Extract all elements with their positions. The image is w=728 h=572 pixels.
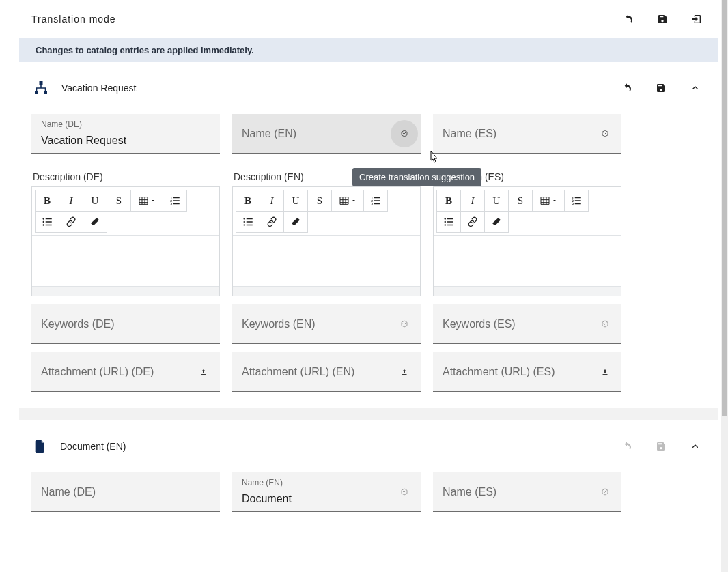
file-icon <box>33 439 48 454</box>
upload-icon[interactable] <box>396 364 412 380</box>
rte-bold-button[interactable]: B <box>236 190 260 212</box>
field-label: Keywords (DE) <box>41 318 115 330</box>
panel-undo-button[interactable] <box>617 78 636 98</box>
suggest-icon[interactable] <box>396 484 412 500</box>
field-label: Keywords (ES) <box>443 318 516 330</box>
topbar: Translation mode <box>19 0 718 38</box>
name-de-field[interactable]: Name (DE) Vacation Request <box>31 114 220 154</box>
rte-bold-button[interactable]: B <box>436 190 461 212</box>
suggest-icon[interactable] <box>396 126 412 142</box>
rte-strike-button[interactable]: S <box>307 190 332 212</box>
rte-strike-button[interactable]: S <box>508 190 533 212</box>
description-de-label: Description (DE) <box>31 162 220 186</box>
rte-clear-format-button[interactable] <box>83 211 107 233</box>
rte-clear-format-button[interactable] <box>283 211 308 233</box>
rte-text-area[interactable] <box>434 235 621 286</box>
rte-link-button[interactable] <box>260 211 284 233</box>
field-label: Attachment (URL) (EN) <box>242 366 354 378</box>
panel-collapse-button[interactable] <box>686 78 705 98</box>
panel-vacation-request: Vacation Request Name (DE) Vacation Requ… <box>19 62 718 408</box>
suggest-icon[interactable] <box>597 126 613 142</box>
rte-link-button[interactable] <box>460 211 485 233</box>
field-label: Attachment (URL) (ES) <box>443 366 555 378</box>
field-label: Name (ES) <box>443 486 496 498</box>
name-de-field[interactable]: Name (DE) <box>31 472 220 512</box>
name-en-field[interactable]: Name (EN) <box>232 114 421 154</box>
rte-italic-button[interactable]: I <box>460 190 485 212</box>
panel-save-button[interactable] <box>652 437 671 456</box>
exit-button[interactable] <box>687 10 706 29</box>
field-label: Name (DE) <box>41 486 96 498</box>
panel-collapse-button[interactable] <box>686 437 705 456</box>
rte-unordered-list-button[interactable] <box>436 211 461 233</box>
field-label: Attachment (URL) (DE) <box>41 366 154 378</box>
keywords-de-field[interactable]: Keywords (DE) <box>31 304 220 344</box>
rte-unordered-list-button[interactable] <box>35 211 59 233</box>
field-label: Name (EN) <box>242 478 283 487</box>
panel-title: Vacation Request <box>61 83 136 94</box>
field-label: Name (EN) <box>242 128 296 140</box>
scrollbar-thumb[interactable] <box>722 0 727 416</box>
attachment-es-field[interactable]: Attachment (URL) (ES) <box>433 352 621 392</box>
rte-ordered-list-button[interactable] <box>564 190 589 212</box>
rte-table-button[interactable] <box>532 190 565 212</box>
panel-separator <box>19 408 718 420</box>
rte-footer <box>434 286 621 296</box>
field-value: Document <box>242 493 292 505</box>
suggest-icon[interactable] <box>396 316 412 332</box>
tooltip-suggest: Create translation suggestion <box>352 168 481 186</box>
field-label: Name (ES) <box>443 128 496 140</box>
rte-ordered-list-button[interactable] <box>363 190 388 212</box>
rte-table-button[interactable] <box>130 190 163 212</box>
save-button[interactable] <box>653 10 672 29</box>
rte-text-area[interactable] <box>233 235 420 286</box>
rte-text-area[interactable] <box>32 235 219 286</box>
field-label: Keywords (EN) <box>242 318 316 330</box>
hierarchy-icon <box>33 80 49 96</box>
panel-undo-button[interactable] <box>617 437 636 456</box>
description-es-editor[interactable]: B I U S <box>433 186 621 296</box>
rte-footer <box>233 286 420 296</box>
keywords-es-field[interactable]: Keywords (ES) <box>433 304 621 344</box>
keywords-en-field[interactable]: Keywords (EN) <box>232 304 421 344</box>
name-es-field[interactable]: Name (ES) <box>433 472 621 512</box>
field-value: Vacation Request <box>41 134 126 147</box>
name-es-field[interactable]: Name (ES) <box>433 114 621 154</box>
rte-italic-button[interactable]: I <box>59 190 83 212</box>
panel-save-button[interactable] <box>652 78 671 98</box>
attachment-de-field[interactable]: Attachment (URL) (DE) <box>31 352 220 392</box>
upload-icon[interactable] <box>597 364 613 380</box>
description-de-editor[interactable]: B I U S <box>31 186 220 296</box>
rte-table-button[interactable] <box>331 190 364 212</box>
rte-link-button[interactable] <box>59 211 83 233</box>
scrollbar-track[interactable] <box>721 0 728 572</box>
rte-underline-button[interactable]: U <box>484 190 509 212</box>
panel-document: Document (EN) Name (DE) Name (EN) Docume… <box>19 420 718 528</box>
rte-bold-button[interactable]: B <box>35 190 59 212</box>
undo-button[interactable] <box>619 10 638 29</box>
rte-italic-button[interactable]: I <box>260 190 284 212</box>
rte-unordered-list-button[interactable] <box>236 211 260 233</box>
rte-clear-format-button[interactable] <box>484 211 509 233</box>
rte-underline-button[interactable]: U <box>83 190 107 212</box>
upload-icon[interactable] <box>195 364 212 380</box>
description-en-editor[interactable]: B I U S <box>232 186 421 296</box>
info-banner: Changes to catalog entries are applied i… <box>19 38 718 62</box>
rte-strike-button[interactable]: S <box>107 190 131 212</box>
name-en-field[interactable]: Name (EN) Document <box>232 472 421 512</box>
suggest-icon[interactable] <box>597 484 613 500</box>
rte-ordered-list-button[interactable] <box>163 190 187 212</box>
page-title: Translation mode <box>31 14 116 25</box>
rte-underline-button[interactable]: U <box>283 190 308 212</box>
rte-footer <box>32 286 219 296</box>
attachment-en-field[interactable]: Attachment (URL) (EN) <box>232 352 421 392</box>
panel-title: Document (EN) <box>60 441 126 452</box>
suggest-icon[interactable] <box>597 316 613 332</box>
field-label: Name (DE) <box>41 119 82 129</box>
